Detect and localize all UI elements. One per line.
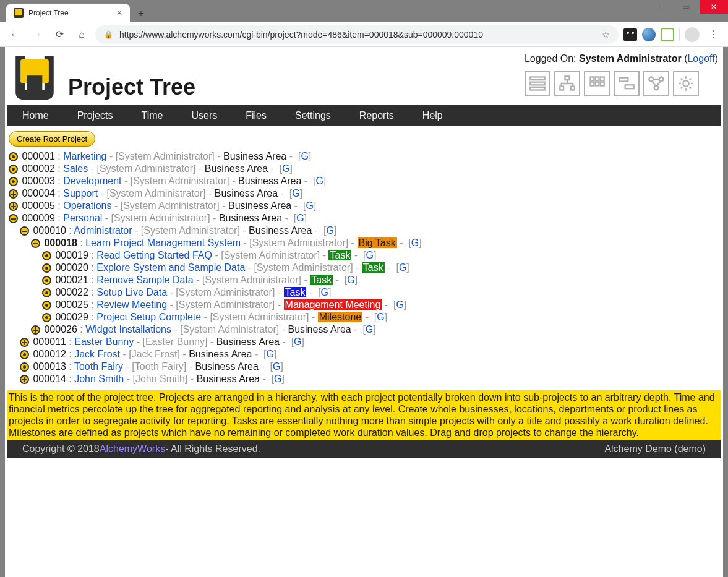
extension-icon-2[interactable] [642,28,656,41]
project-name-link[interactable]: Jack Frost [74,349,120,359]
tree-dot-icon[interactable] [42,276,51,285]
gantt-link[interactable]: G [315,176,323,186]
dash: - [261,361,264,372]
footer-brand-link[interactable]: AlchemyWorks [100,443,165,455]
gantt-link[interactable]: G [267,349,274,359]
tree-dot-icon[interactable] [42,251,51,260]
project-name-link[interactable]: Review Meeting [96,299,167,310]
nav-home[interactable]: Home [22,110,49,121]
tree-plus-icon[interactable] [20,375,29,384]
project-name-link[interactable]: Administrator [74,225,132,236]
dash: - [213,213,216,223]
org-chart-icon[interactable] [554,71,580,96]
nav-time[interactable]: Time [141,110,163,121]
project-name-link[interactable]: Remove Sample Data [96,275,194,285]
nav-users[interactable]: Users [191,110,217,121]
project-name-link[interactable]: Tooth Fairy [74,361,123,372]
project-name-link[interactable]: Sales [63,163,88,174]
project-name-link[interactable]: Widget Installations [85,324,171,335]
close-tab-icon[interactable]: ✕ [116,9,122,17]
reload-button[interactable]: ⟳ [51,26,68,43]
create-root-project-button[interactable]: Create Root Project [9,131,95,147]
gantt-link[interactable]: G [294,336,301,347]
tree-dot-icon[interactable] [9,165,18,174]
project-name-link[interactable]: Support [63,188,98,199]
bookmark-star-icon[interactable]: ☆ [602,30,610,40]
gantt-link[interactable]: G [306,200,313,211]
gantt-link[interactable]: G [377,312,384,322]
project-name-link[interactable]: Explore System and Sample Data [96,262,245,273]
timeline-icon[interactable] [614,71,640,96]
gantt-link[interactable]: G [366,250,374,260]
back-button[interactable]: ← [6,26,24,43]
dash: - [101,188,104,199]
project-name-link[interactable]: Setup Live Data [96,287,167,297]
profile-avatar[interactable] [685,27,700,42]
tree-minus-icon[interactable] [31,239,40,248]
tree-plus-icon[interactable] [9,202,18,211]
close-window-button[interactable]: ✕ [700,0,728,14]
gantt-link[interactable]: G [301,151,308,161]
gear-icon[interactable] [673,71,699,96]
forward-button[interactable]: → [28,26,46,43]
nav-reports[interactable]: Reports [359,110,394,121]
logoff-link[interactable]: Logoff [687,53,714,64]
nav-projects[interactable]: Projects [77,110,113,121]
tree-dot-icon[interactable] [9,152,18,161]
project-owner: [System Administrator] [221,250,320,260]
tree-dot-icon[interactable] [20,350,29,359]
tree-minus-icon[interactable] [20,226,29,236]
nav-settings[interactable]: Settings [295,110,331,121]
grid-view-icon[interactable] [584,71,610,96]
address-bar[interactable]: 🔒 https://www.alchemyworks.com/cgi-bin/p… [95,25,619,44]
tree-dot-icon[interactable] [42,263,51,273]
home-button[interactable]: ⌂ [73,26,90,43]
project-name-link[interactable]: Learn Project Management System [85,237,241,248]
project-id: 000011 [33,336,66,347]
tree-plus-icon[interactable] [31,325,40,335]
project-name-link[interactable]: John Smith [74,374,124,384]
project-name-link[interactable]: Easter Bunny [74,336,134,347]
tree-dot-icon[interactable] [42,313,51,322]
gantt-link[interactable]: G [399,262,406,273]
list-view-icon[interactable] [525,71,550,96]
dash: - [242,225,246,236]
gantt-link[interactable]: G [321,287,328,297]
tree-plus-icon[interactable] [20,338,29,347]
project-name-link[interactable]: Personal [63,213,102,223]
project-name-link[interactable]: Operations [63,200,111,211]
tree-plus-icon[interactable] [9,189,18,199]
gantt-link[interactable]: G [296,213,304,223]
project-name-link[interactable]: Read Getting Started FAQ [96,250,212,260]
tree-dot-icon[interactable] [20,362,29,372]
gantt-link[interactable]: G [273,361,280,372]
project-name-link[interactable]: Development [63,176,121,186]
gantt-link[interactable]: G [282,163,289,174]
browser-tab[interactable]: Project Tree ✕ [6,4,130,22]
tree-dot-icon[interactable] [42,301,51,310]
tree-minus-icon[interactable] [9,214,18,223]
nav-files[interactable]: Files [246,110,267,121]
project-owner: [System Administrator] [131,176,229,186]
minimize-button[interactable]: — [643,0,671,14]
gantt-link[interactable]: G [396,299,403,310]
gantt-link[interactable]: G [347,275,354,285]
extension-icon-3[interactable] [661,28,674,41]
extension-icon-1[interactable] [623,28,637,41]
nav-help[interactable]: Help [422,110,443,121]
project-id: 000012 [33,349,66,359]
tree-dot-icon[interactable] [42,288,51,297]
gantt-link[interactable]: G [274,374,281,384]
separator: : [91,312,93,322]
graph-icon[interactable] [643,71,669,96]
gantt-link[interactable]: G [411,237,419,248]
gantt-link[interactable]: G [326,225,333,236]
new-tab-button[interactable]: + [132,5,150,22]
gantt-link[interactable]: G [366,324,373,335]
tree-dot-icon[interactable] [9,177,18,186]
project-name-link[interactable]: Marketing [63,151,106,161]
gantt-link[interactable]: G [292,188,299,199]
maximize-button[interactable]: ▭ [671,0,700,14]
browser-menu-button[interactable]: ⋮ [704,26,722,43]
project-name-link[interactable]: Project Setup Complete [96,312,201,322]
